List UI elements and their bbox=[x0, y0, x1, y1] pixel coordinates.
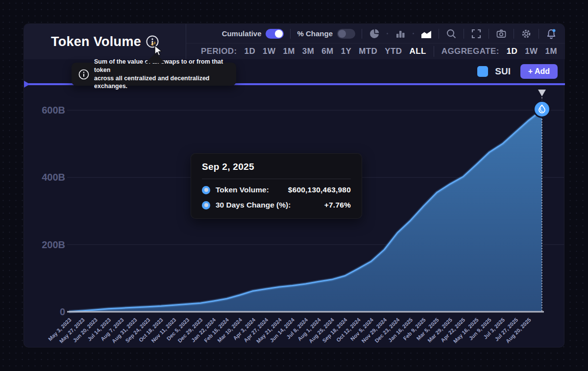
token-dot-icon bbox=[202, 186, 210, 194]
tooltip-divider bbox=[202, 179, 351, 179]
fullscreen-icon[interactable] bbox=[470, 28, 482, 40]
tooltip-row-change: 30 Days Change (%): +7.76% bbox=[202, 201, 351, 209]
info-tooltip: Sum of the value of all swaps to or from… bbox=[72, 63, 236, 86]
page-title: Token Volume bbox=[51, 34, 141, 49]
period-option-mtd[interactable]: MTD bbox=[359, 46, 377, 56]
panel-header: Token Volume Cumulative % Change bbox=[24, 24, 565, 59]
chart-toolbar: Cumulative % Change bbox=[186, 24, 565, 44]
divider bbox=[290, 29, 291, 39]
aggregate-option-1m[interactable]: 1M bbox=[545, 46, 557, 56]
area-chart-icon-active[interactable] bbox=[420, 28, 432, 40]
y-tick-600B: 600B bbox=[31, 105, 65, 116]
add-token-button[interactable]: + Add bbox=[520, 64, 558, 79]
percent-change-toggle-group: % Change bbox=[297, 29, 355, 39]
bar-chart-icon[interactable] bbox=[394, 28, 406, 40]
period-label: PERIOD: bbox=[201, 46, 237, 56]
period-option-1y[interactable]: 1Y bbox=[341, 46, 352, 56]
aggregate-label: AGGREGATE: bbox=[441, 46, 499, 56]
divider bbox=[514, 29, 514, 39]
period-option-1d[interactable]: 1D bbox=[245, 46, 256, 56]
settings-gear-icon[interactable] bbox=[520, 28, 532, 40]
period-aggregate-row: PERIOD: 1D1W1M3M6M1YMTDYTDALL AGGREGATE:… bbox=[186, 44, 565, 59]
divider bbox=[434, 46, 434, 57]
pie-chart-icon[interactable] bbox=[368, 28, 380, 40]
brush-handle-icon[interactable] bbox=[24, 81, 30, 88]
period-option-all[interactable]: ALL bbox=[410, 46, 426, 56]
period-option-1m[interactable]: 1M bbox=[283, 46, 294, 56]
search-icon[interactable] bbox=[445, 28, 457, 40]
period-option-ytd[interactable]: YTD bbox=[385, 46, 402, 56]
period-option-1w[interactable]: 1W bbox=[263, 46, 275, 56]
cumulative-toggle-group: Cumulative bbox=[222, 29, 284, 39]
tooltip-change-label: 30 Days Change (%): bbox=[216, 201, 291, 209]
token-dot-icon bbox=[202, 201, 210, 209]
period-option-3m[interactable]: 3M bbox=[302, 46, 314, 56]
mouse-cursor-icon bbox=[150, 42, 165, 57]
divider bbox=[362, 29, 362, 39]
sui-legend-label[interactable]: SUI bbox=[495, 66, 511, 77]
cumulative-toggle[interactable] bbox=[266, 29, 284, 39]
page-background: { "header": { "title": "Token Volume", "… bbox=[0, 0, 588, 371]
tooltip-row-volume: Token Volume: $600,130,463,980 bbox=[202, 186, 351, 194]
period-options: 1D1W1M3M6M1YMTDYTDALL bbox=[245, 46, 426, 56]
period-option-6m[interactable]: 6M bbox=[321, 46, 333, 56]
camera-icon[interactable] bbox=[495, 28, 507, 40]
y-tick-0: 0 bbox=[31, 306, 65, 318]
cumulative-label: Cumulative bbox=[222, 29, 262, 38]
divider bbox=[464, 29, 464, 39]
divider bbox=[439, 29, 439, 39]
tooltip-volume-label: Token Volume: bbox=[216, 186, 269, 194]
notifications-bell-icon[interactable] bbox=[545, 28, 557, 40]
separator-dot bbox=[413, 33, 414, 34]
tooltip-change-value: +7.76% bbox=[324, 201, 351, 209]
y-tick-200B: 200B bbox=[31, 239, 65, 250]
info-icon bbox=[78, 69, 89, 80]
chart-tooltip: Sep 2, 2025 Token Volume: $600,130,463,9… bbox=[191, 153, 362, 219]
sui-legend-swatch[interactable] bbox=[477, 66, 488, 77]
percent-change-toggle[interactable] bbox=[337, 29, 355, 39]
header-right: Cumulative % Change bbox=[186, 24, 565, 59]
tooltip-volume-value: $600,130,463,980 bbox=[288, 186, 351, 194]
percent-change-label: % Change bbox=[297, 29, 333, 38]
aggregate-option-1w[interactable]: 1W bbox=[525, 46, 538, 56]
divider bbox=[489, 29, 489, 39]
tooltip-date: Sep 2, 2025 bbox=[202, 162, 351, 172]
aggregate-option-1d[interactable]: 1D bbox=[507, 46, 518, 56]
token-volume-panel: 0200B400B600B May 3, 2023May 27, 2023Jun… bbox=[24, 23, 564, 348]
separator-dot bbox=[387, 33, 388, 34]
y-tick-400B: 400B bbox=[31, 172, 65, 183]
aggregate-options: 1D1W1M bbox=[507, 46, 557, 56]
divider bbox=[539, 29, 539, 39]
